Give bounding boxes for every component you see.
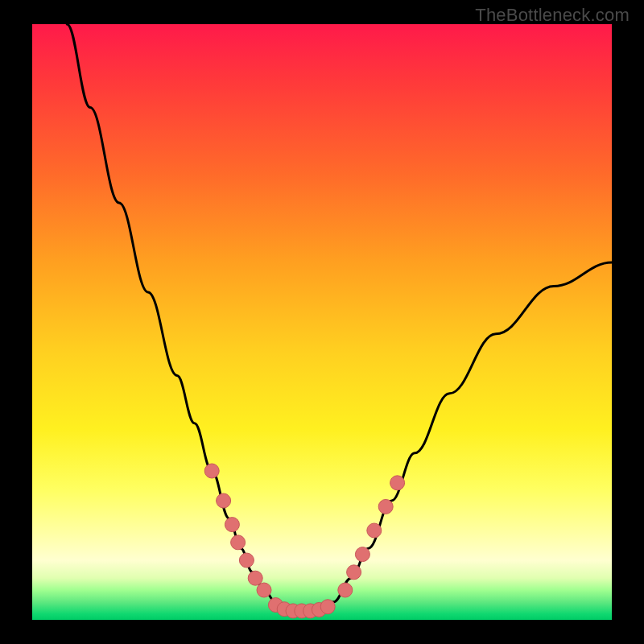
- data-marker: [217, 493, 231, 508]
- bottleneck-chart: [0, 0, 644, 644]
- data-marker: [231, 535, 246, 550]
- data-marker: [204, 464, 219, 478]
- data-marker: [338, 583, 353, 597]
- data-marker: [367, 523, 382, 538]
- chart-container: TheBottleneck.com: [0, 0, 644, 644]
- data-marker: [248, 571, 262, 585]
- data-marker: [239, 553, 254, 568]
- data-marker: [320, 600, 335, 614]
- data-marker: [355, 547, 369, 562]
- data-marker: [378, 499, 393, 514]
- data-marker: [390, 476, 405, 490]
- data-marker: [257, 583, 271, 597]
- curve-line: [67, 24, 612, 611]
- data-marker: [347, 565, 361, 580]
- data-marker: [225, 518, 239, 532]
